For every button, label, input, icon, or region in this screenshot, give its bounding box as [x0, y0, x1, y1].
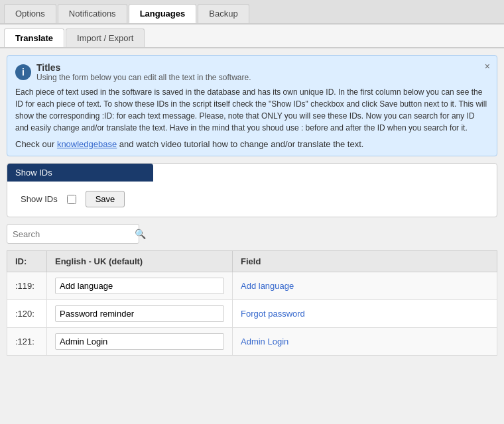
english-input[interactable]	[55, 278, 224, 294]
tab-import-export[interactable]: Import / Export	[66, 28, 145, 47]
row-english	[47, 300, 233, 328]
tab-languages[interactable]: Languages	[129, 4, 197, 23]
top-tabs: Options Notifications Languages Backup	[0, 0, 504, 25]
col-english: English - UK (default)	[47, 251, 233, 272]
search-input[interactable]	[7, 225, 129, 243]
sub-tabs: Translate Import / Export	[0, 25, 504, 48]
english-input[interactable]	[55, 333, 224, 350]
link-suffix: and watch video tutorial how to change a…	[117, 139, 363, 149]
info-box-body: Each piece of text used in the software …	[15, 86, 489, 134]
tab-notifications[interactable]: Notifications	[58, 4, 127, 23]
info-box-title: Titles	[36, 62, 251, 73]
table-row: :121: Admin Login	[7, 328, 497, 356]
info-box-footer: Check our knowledgebase and watch video …	[15, 139, 489, 149]
row-english	[47, 272, 233, 300]
table-row: :120: Forgot password	[7, 300, 497, 328]
row-field: Admin Login	[233, 328, 497, 356]
show-ids-checkbox[interactable]	[67, 195, 76, 204]
tab-translate[interactable]: Translate	[4, 28, 64, 47]
row-id: :119:	[7, 272, 47, 300]
row-id: :120:	[7, 300, 47, 328]
english-input[interactable]	[55, 305, 224, 322]
tab-options[interactable]: Options	[4, 4, 56, 23]
table-header-row: ID: English - UK (default) Field	[7, 251, 497, 272]
save-button[interactable]: Save	[86, 191, 125, 207]
show-ids-header: Show IDs	[7, 164, 153, 182]
col-id: ID:	[7, 251, 47, 272]
translation-table: ID: English - UK (default) Field :119: A…	[7, 250, 497, 356]
info-box-header: i Titles Using the form below you can ed…	[15, 62, 489, 82]
close-icon[interactable]: ×	[485, 61, 490, 72]
knowledgebase-link[interactable]: knowledgebase	[57, 139, 117, 149]
tab-backup[interactable]: Backup	[198, 4, 249, 23]
show-ids-checkbox-wrapper	[67, 195, 76, 204]
row-field: Add language	[233, 272, 497, 300]
info-icon: i	[15, 64, 31, 80]
show-ids-label: Show IDs	[21, 194, 58, 204]
row-field: Forgot password	[233, 300, 497, 328]
show-ids-body: Show IDs Save	[7, 182, 497, 217]
info-box-subtitle: Using the form below you can edit all th…	[36, 73, 251, 82]
search-icon: 🔍	[129, 225, 151, 243]
info-box: i Titles Using the form below you can ed…	[7, 55, 497, 156]
row-id: :121:	[7, 328, 47, 356]
table-row: :119: Add language	[7, 272, 497, 300]
check-our-text: Check our	[15, 139, 57, 149]
col-field: Field	[233, 251, 497, 272]
row-english	[47, 328, 233, 356]
search-wrapper: 🔍	[7, 224, 139, 244]
show-ids-section: Show IDs Show IDs Save	[7, 163, 497, 217]
